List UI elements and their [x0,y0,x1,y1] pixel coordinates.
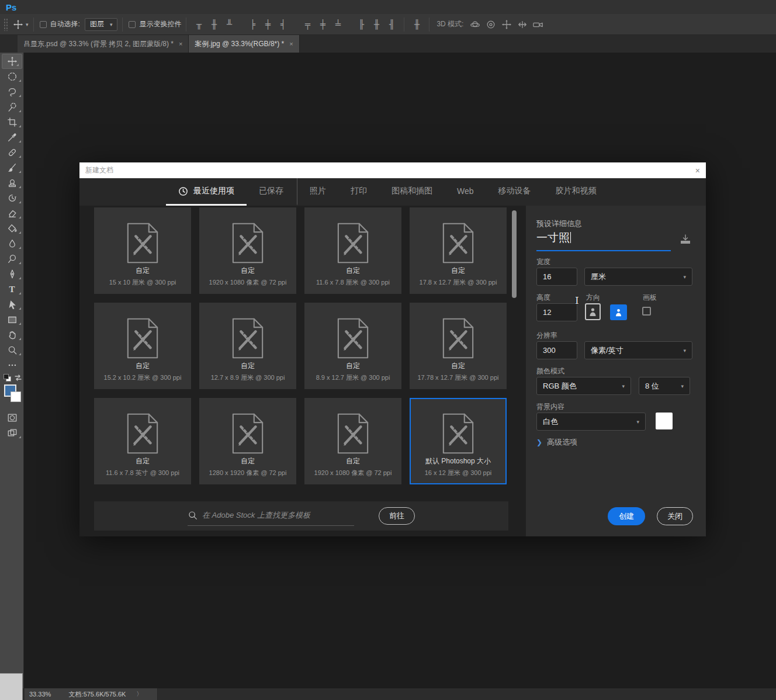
distribute-bottom-icon[interactable]: ╧ [330,19,345,30]
template-card[interactable]: 自定 12.7 x 8.9 厘米 @ 300 ppi [199,303,296,389]
template-card[interactable]: 自定 17.8 x 12.7 厘米 @ 300 ppi [410,207,507,294]
3d-orbit-icon[interactable] [467,19,483,30]
dialog-tab[interactable]: 打印 [338,178,379,206]
distribute-center-icon[interactable]: ╫ [369,19,384,30]
document-tab[interactable]: 案例.jpg @ 33.3%(RGB/8*) * × [189,35,299,53]
dialog-tab[interactable]: 移动设备 [486,178,543,206]
menu-item[interactable] [153,0,165,14]
document-tab[interactable]: 吕显东.psd @ 33.3% (背景 拷贝 2, 图层蒙版/8) * × [18,35,189,53]
pen-tool[interactable] [0,266,24,282]
template-card[interactable]: 自定 1280 x 1920 像素 @ 72 ppi [199,398,296,484]
distribute-right-icon[interactable]: ╢ [384,19,399,30]
resolution-input[interactable]: 300 [536,341,577,359]
color-mode-dropdown[interactable]: RGB 颜色▾ [536,377,631,395]
auto-select-checkbox[interactable] [40,21,47,28]
tool-preset-chevron[interactable]: ▾ [26,22,29,27]
menu-item[interactable] [101,0,114,14]
screen-mode[interactable] [0,425,24,441]
bit-depth-dropdown[interactable]: 8 位▾ [639,377,690,395]
default-colors-icon[interactable] [4,374,11,382]
template-card[interactable]: 自定 1920 x 1080 像素 @ 72 ppi [199,207,296,294]
advanced-options[interactable]: ❯ 高级选项 [536,437,577,448]
rectangle-tool[interactable] [0,312,24,327]
menu-item[interactable] [63,0,75,14]
menu-item[interactable] [140,0,153,14]
template-card[interactable]: 自定 8.9 x 12.7 厘米 @ 300 ppi [304,303,401,389]
paint-bucket-tool[interactable] [0,221,24,236]
distribute-top-icon[interactable]: ╤ [300,19,315,30]
blur-tool[interactable] [0,236,24,251]
background-dropdown[interactable]: 白色▾ [536,413,646,431]
align-right-icon[interactable]: ╡ [275,19,290,30]
3d-pan-icon[interactable] [498,19,514,30]
zoom-level[interactable]: 33.33% [25,688,56,700]
eraser-tool[interactable] [0,206,24,221]
template-card[interactable]: 默认 Photoshop 大小 16 x 12 厘米 @ 300 ppi [410,398,507,484]
template-card[interactable]: 自定 11.6 x 7.8 厘米 @ 300 ppi [304,207,401,294]
menu-item[interactable] [37,0,50,14]
align-top-icon[interactable]: ╥ [191,19,206,30]
path-selection-tool[interactable] [0,297,24,312]
distribute-middle-icon[interactable]: ╪ [315,19,330,30]
3d-roll-icon[interactable] [483,19,498,30]
menu-item[interactable] [88,0,101,14]
background-color-swatch[interactable] [11,391,21,402]
background-color-picker[interactable] [656,413,673,429]
go-button[interactable]: 前往 [379,507,415,525]
auto-select-dropdown[interactable]: 图层▾ [85,18,118,31]
eyedropper-tool[interactable] [0,130,24,145]
healing-brush-tool[interactable] [0,145,24,160]
menu-item[interactable] [50,0,63,14]
type-tool[interactable]: T [0,282,24,297]
dodge-tool[interactable] [0,251,24,266]
template-card[interactable]: 自定 17.78 x 12.7 厘米 @ 300 ppi [410,303,507,389]
align-center-icon[interactable]: ╪ [260,19,275,30]
dialog-tab[interactable]: 照片 [297,178,338,206]
template-card[interactable]: 自定 11.6 x 7.8 英寸 @ 300 ppi [94,398,191,484]
create-button[interactable]: 创建 [608,507,645,525]
stock-search-field[interactable]: 在 Adobe Stock 上查找更多模板 [188,506,354,526]
status-chevron-icon[interactable]: 〉 [136,690,142,698]
resolution-unit-dropdown[interactable]: 像素/英寸▾ [584,341,692,359]
clone-stamp-tool[interactable] [0,175,24,190]
3d-camera-icon[interactable] [530,19,546,30]
template-card[interactable]: 自定 1920 x 1080 像素 @ 72 ppi [304,398,401,484]
crop-tool[interactable] [0,115,24,130]
menu-item[interactable] [127,0,140,14]
menu-item[interactable] [75,0,88,14]
height-input[interactable]: 12 [536,303,577,321]
menu-item[interactable] [24,0,37,14]
dialog-tab[interactable]: 已保存 [247,178,296,206]
distribute-left-icon[interactable]: ╟ [354,19,369,30]
orientation-landscape-button[interactable] [610,304,627,320]
move-tool[interactable] [2,54,22,69]
close-button[interactable]: 关闭 [657,507,693,525]
show-transform-checkbox[interactable] [129,21,136,28]
zoom-tool[interactable] [0,342,24,358]
template-card[interactable]: 自定 15 x 10 厘米 @ 300 ppi [94,207,191,294]
hand-tool[interactable] [0,327,24,342]
marquee-tool[interactable] [0,69,24,84]
templates-scrollbar[interactable] [512,210,517,298]
align-bottom-icon[interactable]: ╨ [221,19,237,30]
more-tools[interactable] [0,358,24,373]
save-preset-icon[interactable] [679,234,692,247]
swap-colors-icon[interactable] [14,374,22,382]
dialog-tab[interactable]: Web [445,178,486,206]
align-middle-icon[interactable]: ╫ [206,19,221,30]
menu-item[interactable] [114,0,127,14]
dialog-tab[interactable]: 最近使用项 [166,178,247,206]
width-input[interactable]: 16 [536,268,577,286]
3d-slide-icon[interactable] [514,19,530,30]
dialog-tab[interactable]: 图稿和插图 [379,178,445,206]
align-left-icon[interactable]: ╞ [245,19,260,30]
template-card[interactable]: 自定 15.2 x 10.2 厘米 @ 300 ppi [94,303,191,389]
dialog-tab[interactable]: 胶片和视频 [543,178,609,206]
artboard-checkbox[interactable] [642,307,651,316]
distribute-spacing-icon[interactable]: ╫ [409,19,424,30]
brush-tool[interactable] [0,160,24,175]
quick-selection-tool[interactable] [0,99,24,115]
tab-close-icon[interactable]: × [179,40,182,47]
preset-name-input[interactable]: 一寸照 [536,230,671,251]
orientation-portrait-button[interactable] [585,303,601,320]
